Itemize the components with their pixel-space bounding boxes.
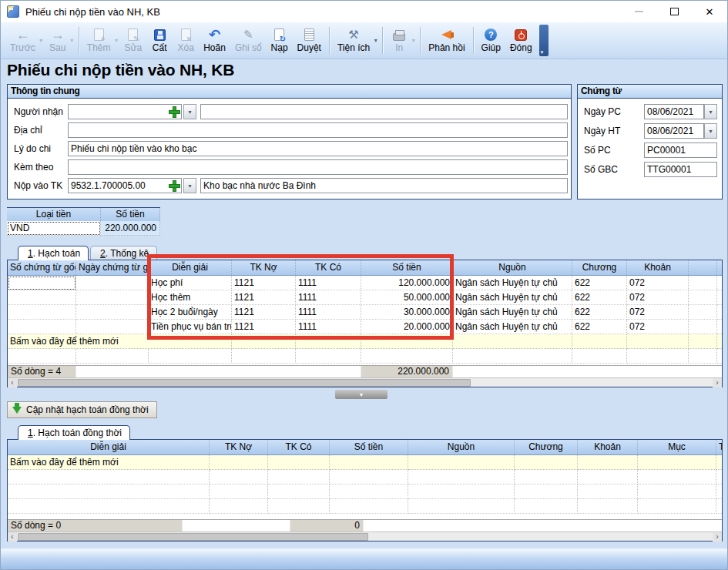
close-form-button[interactable]: Đóng: [505, 24, 537, 57]
forward-button[interactable]: → Sau: [45, 24, 71, 57]
window-title: Phiếu chi nộp tiền vào NH, KB: [25, 6, 160, 18]
toolbar-separator: [79, 27, 79, 54]
simultaneous-table-header: Diễn giải TK Nợ TK Có Số tiền Nguồn Chươ…: [8, 440, 722, 455]
page-edit-icon: ✎: [128, 27, 138, 42]
accounting-table-header: Số chứng từ gốc Ngày chứng từ gốc Diễn g…: [8, 260, 722, 276]
scroll-right-arrow[interactable]: ›: [713, 378, 722, 387]
minimize-icon: [635, 11, 643, 12]
recipient-name-input[interactable]: [200, 104, 568, 119]
main-tabs: 1. Hạch toán 2. Thống kê: [18, 246, 159, 260]
splitter-collapse-button[interactable]: ▼: [335, 390, 387, 399]
simultaneous-table-footer: Số dòng = 0 0: [8, 519, 722, 531]
add-new-row[interactable]: Bấm vào đây để thêm mới: [8, 334, 722, 349]
add-new-row[interactable]: Bấm vào đây để thêm mới: [8, 455, 722, 470]
general-info-group: Thông tin chung Người nhận ▾ Địa chỉ Lý …: [7, 84, 572, 200]
reason-input[interactable]: Phiếu chi nộp tiền vào kho bạc: [68, 141, 568, 156]
gbc-no-input[interactable]: TTG00001: [644, 162, 717, 177]
deposit-account-name-input[interactable]: Kho bạc nhà nước Ba Đình: [200, 178, 568, 193]
question-circle-icon: ?: [485, 27, 497, 42]
currency-table: Loại tiền Số tiền VND 220.000.000: [7, 207, 160, 236]
reason-label: Lý do chi: [14, 141, 51, 156]
address-label: Địa chỉ: [14, 122, 42, 138]
horizontal-scrollbar[interactable]: ‹ ›: [8, 531, 722, 541]
currency-row[interactable]: VND 220.000.000: [7, 221, 160, 236]
document-group: Chứng từ Ngày PC 08/06/2021 ▾ Ngày HT 08…: [577, 84, 723, 200]
scrollbar-thumb[interactable]: [18, 533, 368, 541]
close-icon: ✕: [706, 6, 714, 18]
document-lines-icon: [304, 27, 314, 42]
plus-icon[interactable]: [169, 180, 179, 190]
feedback-button[interactable]: Phản hồi: [424, 24, 469, 57]
deposit-account-input[interactable]: 9532.1.700005.00: [68, 178, 182, 193]
posting-date-input[interactable]: 08/06/2021: [644, 123, 704, 139]
print-dropdown[interactable]: ▾: [410, 24, 417, 57]
recipient-dropdown[interactable]: ▾: [183, 104, 196, 119]
delete-button[interactable]: ✕ Xóa: [173, 24, 199, 57]
attachment-input[interactable]: [68, 159, 568, 175]
general-info-title: Thông tin chung: [8, 85, 571, 99]
edit-button[interactable]: ✎ Sửa: [119, 24, 146, 57]
table-row[interactable]: Học thêm 1121 1111 50.000.000 Ngân sách …: [8, 290, 722, 305]
approve-button[interactable]: Duyệt: [293, 24, 326, 57]
scrollbar-thumb[interactable]: [18, 379, 471, 387]
megaphone-icon: [441, 27, 451, 42]
add-dropdown[interactable]: ▾: [112, 24, 119, 57]
minimize-button[interactable]: [621, 1, 656, 22]
tab-hach-toan-dong-thoi[interactable]: 1. Hạch toán đồng thời: [18, 425, 130, 440]
table-row[interactable]: Tiền phục vụ bán trú 1121 1111 20.000.00…: [8, 320, 722, 334]
voucher-date-dropdown[interactable]: ▾: [704, 104, 717, 119]
utilities-dropdown[interactable]: ▾: [372, 24, 379, 57]
scroll-left-arrow[interactable]: ‹: [8, 532, 17, 542]
page-refresh-icon: ↻: [274, 27, 284, 42]
back-button[interactable]: ← Trước: [5, 24, 40, 57]
gbc-no-label: Số GBC: [584, 162, 618, 177]
back-dropdown[interactable]: ▾: [38, 24, 45, 57]
save-button[interactable]: Cất: [146, 24, 173, 57]
add-button[interactable]: + Thêm: [82, 24, 116, 57]
app-icon: [7, 5, 19, 18]
maximize-button[interactable]: [656, 1, 692, 22]
table-row[interactable]: Học 2 buổi/ngày 1121 1111 30.000.000 Ngâ…: [8, 305, 722, 320]
page-title: Phiếu chi nộp tiền vào NH, KB: [7, 61, 234, 79]
close-button[interactable]: ✕: [692, 1, 727, 22]
accounting-table: Số chứng từ gốc Ngày chứng từ gốc Diễn g…: [7, 260, 723, 387]
utilities-button[interactable]: ⚒ Tiện ích: [333, 24, 374, 57]
arrow-left-icon: ←: [15, 27, 29, 42]
currency-amount-cell[interactable]: 220.000.000: [101, 221, 160, 236]
voucher-date-input[interactable]: 08/06/2021: [644, 104, 704, 119]
undo-button[interactable]: ↶ Hoãn: [199, 24, 230, 57]
currency-type-header: Loại tiền: [7, 208, 101, 221]
document-group-title: Chứng từ: [578, 85, 722, 99]
printer-icon: [393, 27, 405, 42]
voucher-no-input[interactable]: PC00001: [644, 142, 717, 158]
status-bar: [1, 548, 727, 569]
power-icon: [515, 27, 527, 42]
empty-row: [8, 499, 722, 514]
scroll-left-arrow[interactable]: ‹: [8, 378, 17, 387]
recipient-input[interactable]: [68, 104, 182, 119]
green-down-arrow-icon: [12, 407, 22, 414]
toolbar-overflow-button[interactable]: [539, 25, 549, 56]
scroll-right-arrow[interactable]: ›: [713, 532, 722, 542]
tab-thong-ke[interactable]: 2. Thống kê: [90, 246, 157, 260]
empty-row: [8, 349, 722, 364]
forward-dropdown[interactable]: ▾: [69, 24, 75, 57]
update-simultaneous-button[interactable]: Cập nhật hạch toán đồng thời: [7, 401, 157, 418]
posting-date-dropdown[interactable]: ▾: [704, 123, 717, 139]
plus-icon[interactable]: [169, 106, 179, 116]
toolbar: ← Trước ▾ → Sau ▾ + Thêm ▾ ✎ Sửa Cất ✕ X…: [1, 22, 727, 59]
table-row[interactable]: Học phí 1121 1111 120.000.000 Ngân sách …: [8, 276, 722, 290]
post-button[interactable]: ✎ Ghi sổ: [230, 24, 267, 57]
total-amount: 0: [290, 520, 364, 531]
reload-button[interactable]: ↻ Nạp: [267, 24, 293, 57]
tab-hach-toan[interactable]: 1. Hạch toán: [18, 246, 89, 260]
row-count: Số dòng = 0: [8, 520, 183, 531]
deposit-account-dropdown[interactable]: ▾: [183, 178, 196, 193]
attachment-label: Kèm theo: [14, 159, 53, 175]
print-button[interactable]: In: [386, 24, 412, 57]
currency-type-cell[interactable]: VND: [7, 221, 101, 236]
horizontal-scrollbar[interactable]: ‹ ›: [8, 377, 722, 387]
floppy-disk-icon: [154, 27, 166, 42]
address-input[interactable]: [68, 122, 568, 138]
help-button[interactable]: ? Giúp: [477, 24, 505, 57]
